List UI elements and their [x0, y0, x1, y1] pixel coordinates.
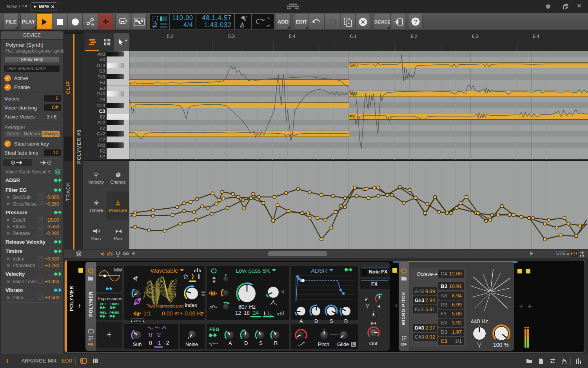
- svg-text:?: ?: [414, 18, 417, 25]
- svg-text:w: w: [91, 22, 94, 26]
